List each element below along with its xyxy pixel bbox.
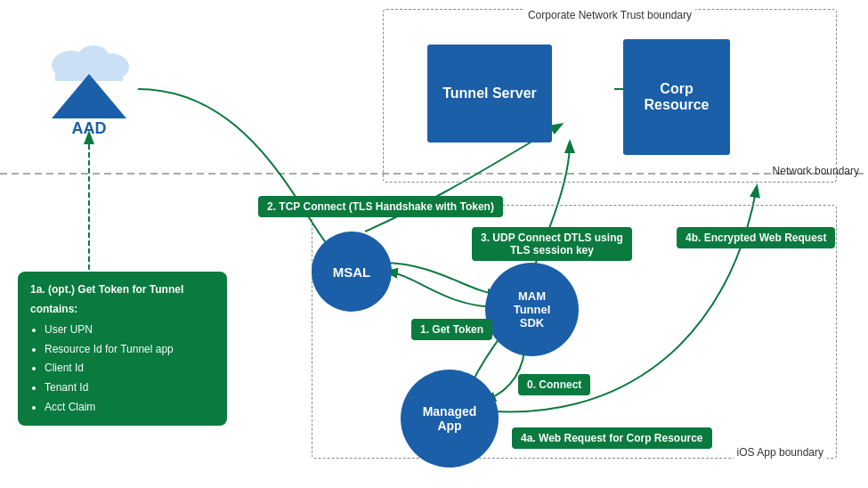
info-box-title: 1a. (opt.) Get Token for Tunnelcontains: <box>30 281 215 319</box>
info-box-item-3: Client Id <box>45 359 215 378</box>
info-box-item-2: Resource Id for Tunnel app <box>45 340 215 360</box>
aad-node: AAD <box>27 18 151 142</box>
info-box-list: User UPN Resource Id for Tunnel app Clie… <box>45 321 215 417</box>
corp-resource-box: CorpResource <box>623 39 730 155</box>
step1-label: 1. Get Token <box>411 319 492 340</box>
ios-boundary-label: iOS App boundary <box>734 446 827 459</box>
info-box-item-1: User UPN <box>45 321 215 340</box>
diagram: Corporate Network Trust boundary iOS App… <box>0 0 868 488</box>
mam-tunnel-sdk-circle: MAM Tunnel SDK <box>485 263 579 356</box>
corp-boundary-label: Corporate Network Trust boundary <box>524 9 695 21</box>
aad-label: AAD <box>72 119 107 138</box>
info-box-item-5: Acct Claim <box>45 398 215 418</box>
step4a-label: 4a. Web Request for Corp Resource <box>512 427 712 449</box>
step4b-label: 4b. Encrypted Web Request <box>677 227 835 248</box>
info-box: 1a. (opt.) Get Token for Tunnelcontains:… <box>18 272 227 426</box>
tunnel-server-box: Tunnel Server <box>427 45 552 142</box>
step3-label: 3. UDP Connect DTLS usingTLS session key <box>472 227 632 261</box>
info-box-item-4: Tenant Id <box>45 378 215 398</box>
aad-icon <box>36 38 142 123</box>
network-boundary-label: Network boundary <box>773 165 859 177</box>
step0-label: 0. Connect <box>518 374 590 395</box>
msal-circle: MSAL <box>312 232 392 312</box>
managed-app-circle: ManagedApp <box>401 370 499 468</box>
step2-label: 2. TCP Connect (TLS Handshake with Token… <box>258 196 503 217</box>
